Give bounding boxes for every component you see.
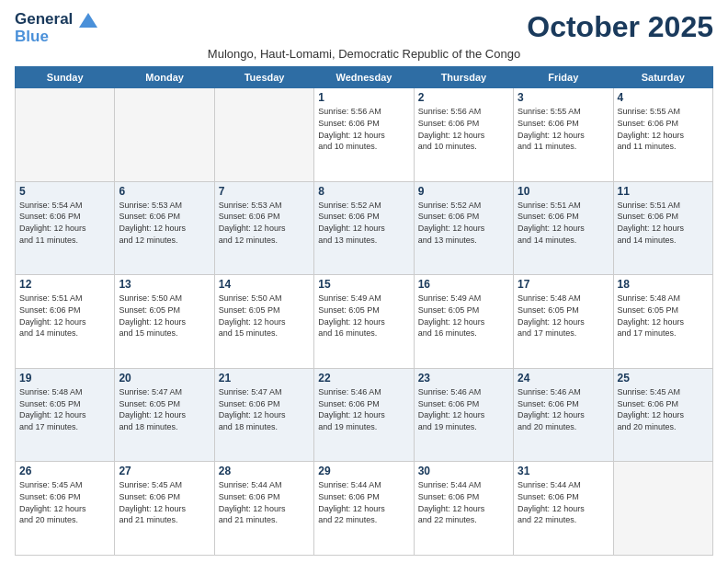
col-tuesday: Tuesday	[214, 67, 313, 88]
day-number: 15	[318, 278, 409, 291]
day-number: 31	[518, 465, 609, 477]
table-row: 3Sunrise: 5:55 AM Sunset: 6:06 PM Daylig…	[514, 88, 613, 182]
table-row	[214, 88, 313, 182]
day-info: Sunrise: 5:56 AM Sunset: 6:06 PM Dayligh…	[418, 106, 509, 152]
day-number: 21	[219, 372, 310, 385]
day-info: Sunrise: 5:55 AM Sunset: 6:06 PM Dayligh…	[518, 106, 609, 152]
day-number: 8	[318, 185, 409, 198]
table-row: 7Sunrise: 5:53 AM Sunset: 6:06 PM Daylig…	[214, 181, 313, 275]
day-info: Sunrise: 5:45 AM Sunset: 6:06 PM Dayligh…	[618, 386, 709, 432]
table-row: 20Sunrise: 5:47 AM Sunset: 6:05 PM Dayli…	[115, 368, 214, 462]
day-info: Sunrise: 5:44 AM Sunset: 6:06 PM Dayligh…	[518, 479, 609, 525]
calendar-week-row: 12Sunrise: 5:51 AM Sunset: 6:06 PM Dayli…	[16, 275, 713, 369]
table-row: 28Sunrise: 5:44 AM Sunset: 6:06 PM Dayli…	[214, 462, 313, 556]
calendar-week-row: 1Sunrise: 5:56 AM Sunset: 6:06 PM Daylig…	[16, 88, 713, 182]
day-number: 28	[219, 465, 310, 477]
calendar-week-row: 5Sunrise: 5:54 AM Sunset: 6:06 PM Daylig…	[16, 181, 713, 275]
day-info: Sunrise: 5:46 AM Sunset: 6:06 PM Dayligh…	[518, 386, 609, 432]
calendar-week-row: 26Sunrise: 5:45 AM Sunset: 6:06 PM Dayli…	[16, 462, 713, 556]
table-row: 18Sunrise: 5:48 AM Sunset: 6:05 PM Dayli…	[613, 275, 712, 369]
day-info: Sunrise: 5:44 AM Sunset: 6:06 PM Dayligh…	[318, 479, 409, 525]
day-info: Sunrise: 5:51 AM Sunset: 6:06 PM Dayligh…	[618, 200, 709, 246]
day-info: Sunrise: 5:50 AM Sunset: 6:05 PM Dayligh…	[219, 293, 310, 339]
table-row: 24Sunrise: 5:46 AM Sunset: 6:06 PM Dayli…	[514, 368, 613, 462]
table-row: 2Sunrise: 5:56 AM Sunset: 6:06 PM Daylig…	[414, 88, 513, 182]
day-info: Sunrise: 5:52 AM Sunset: 6:06 PM Dayligh…	[418, 200, 509, 246]
logo-line1: General	[15, 10, 73, 28]
page: General Blue October 2025 Mulongo, Haut-…	[0, 0, 728, 563]
subtitle: Mulongo, Haut-Lomami, Democratic Republi…	[15, 47, 713, 61]
day-number: 20	[119, 372, 210, 385]
table-row: 27Sunrise: 5:45 AM Sunset: 6:06 PM Dayli…	[115, 462, 214, 556]
day-number: 29	[318, 465, 409, 477]
table-row: 10Sunrise: 5:51 AM Sunset: 6:06 PM Dayli…	[514, 181, 613, 275]
day-info: Sunrise: 5:49 AM Sunset: 6:05 PM Dayligh…	[318, 293, 409, 339]
day-number: 23	[418, 372, 509, 385]
col-wednesday: Wednesday	[314, 67, 414, 88]
day-info: Sunrise: 5:48 AM Sunset: 6:05 PM Dayligh…	[19, 386, 110, 432]
day-info: Sunrise: 5:50 AM Sunset: 6:05 PM Dayligh…	[119, 293, 210, 339]
day-number: 6	[119, 185, 210, 198]
day-info: Sunrise: 5:56 AM Sunset: 6:06 PM Dayligh…	[318, 106, 409, 152]
day-info: Sunrise: 5:51 AM Sunset: 6:06 PM Dayligh…	[518, 200, 609, 246]
table-row: 14Sunrise: 5:50 AM Sunset: 6:05 PM Dayli…	[214, 275, 313, 369]
col-saturday: Saturday	[613, 67, 712, 88]
day-number: 2	[418, 91, 509, 104]
table-row	[115, 88, 214, 182]
table-row: 12Sunrise: 5:51 AM Sunset: 6:06 PM Dayli…	[16, 275, 115, 369]
logo-text: General Blue	[15, 11, 97, 45]
table-row: 16Sunrise: 5:49 AM Sunset: 6:05 PM Dayli…	[414, 275, 513, 369]
day-info: Sunrise: 5:53 AM Sunset: 6:06 PM Dayligh…	[219, 200, 310, 246]
day-number: 7	[219, 185, 310, 198]
day-number: 13	[119, 278, 210, 291]
table-row: 8Sunrise: 5:52 AM Sunset: 6:06 PM Daylig…	[314, 181, 414, 275]
day-number: 26	[19, 465, 110, 477]
day-info: Sunrise: 5:53 AM Sunset: 6:06 PM Dayligh…	[119, 200, 210, 246]
day-number: 16	[418, 278, 509, 291]
day-number: 4	[618, 91, 709, 104]
day-info: Sunrise: 5:48 AM Sunset: 6:05 PM Dayligh…	[618, 293, 709, 339]
table-row: 4Sunrise: 5:55 AM Sunset: 6:06 PM Daylig…	[613, 88, 712, 182]
day-info: Sunrise: 5:44 AM Sunset: 6:06 PM Dayligh…	[418, 479, 509, 525]
col-sunday: Sunday	[16, 67, 115, 88]
day-info: Sunrise: 5:52 AM Sunset: 6:06 PM Dayligh…	[318, 200, 409, 246]
title-section: October 2025	[527, 11, 713, 43]
day-info: Sunrise: 5:51 AM Sunset: 6:06 PM Dayligh…	[19, 293, 110, 339]
day-info: Sunrise: 5:45 AM Sunset: 6:06 PM Dayligh…	[119, 479, 210, 525]
table-row: 25Sunrise: 5:45 AM Sunset: 6:06 PM Dayli…	[613, 368, 712, 462]
day-number: 5	[19, 185, 110, 198]
table-row: 9Sunrise: 5:52 AM Sunset: 6:06 PM Daylig…	[414, 181, 513, 275]
day-number: 10	[518, 185, 609, 198]
calendar-table: Sunday Monday Tuesday Wednesday Thursday…	[15, 66, 713, 556]
day-info: Sunrise: 5:45 AM Sunset: 6:06 PM Dayligh…	[19, 479, 110, 525]
header: General Blue October 2025	[15, 11, 713, 45]
day-info: Sunrise: 5:48 AM Sunset: 6:05 PM Dayligh…	[518, 293, 609, 339]
table-row: 30Sunrise: 5:44 AM Sunset: 6:06 PM Dayli…	[414, 462, 513, 556]
table-row: 31Sunrise: 5:44 AM Sunset: 6:06 PM Dayli…	[514, 462, 613, 556]
table-row: 15Sunrise: 5:49 AM Sunset: 6:05 PM Dayli…	[314, 275, 414, 369]
day-number: 24	[518, 372, 609, 385]
day-info: Sunrise: 5:46 AM Sunset: 6:06 PM Dayligh…	[418, 386, 509, 432]
table-row: 6Sunrise: 5:53 AM Sunset: 6:06 PM Daylig…	[115, 181, 214, 275]
day-info: Sunrise: 5:47 AM Sunset: 6:06 PM Dayligh…	[219, 386, 310, 432]
table-row: 5Sunrise: 5:54 AM Sunset: 6:06 PM Daylig…	[16, 181, 115, 275]
table-row: 22Sunrise: 5:46 AM Sunset: 6:06 PM Dayli…	[314, 368, 414, 462]
svg-marker-0	[79, 13, 97, 28]
col-thursday: Thursday	[414, 67, 513, 88]
logo: General Blue	[15, 11, 97, 45]
table-row: 21Sunrise: 5:47 AM Sunset: 6:06 PM Dayli…	[214, 368, 313, 462]
day-info: Sunrise: 5:55 AM Sunset: 6:06 PM Dayligh…	[618, 106, 709, 152]
day-number: 1	[318, 91, 409, 104]
day-number: 9	[418, 185, 509, 198]
logo-line2: Blue	[15, 29, 97, 46]
day-number: 11	[618, 185, 709, 198]
table-row	[16, 88, 115, 182]
day-number: 19	[19, 372, 110, 385]
day-number: 25	[618, 372, 709, 385]
logo-icon	[79, 13, 97, 28]
calendar-week-row: 19Sunrise: 5:48 AM Sunset: 6:05 PM Dayli…	[16, 368, 713, 462]
day-info: Sunrise: 5:47 AM Sunset: 6:05 PM Dayligh…	[119, 386, 210, 432]
day-info: Sunrise: 5:49 AM Sunset: 6:05 PM Dayligh…	[418, 293, 509, 339]
day-number: 12	[19, 278, 110, 291]
table-row	[613, 462, 712, 556]
